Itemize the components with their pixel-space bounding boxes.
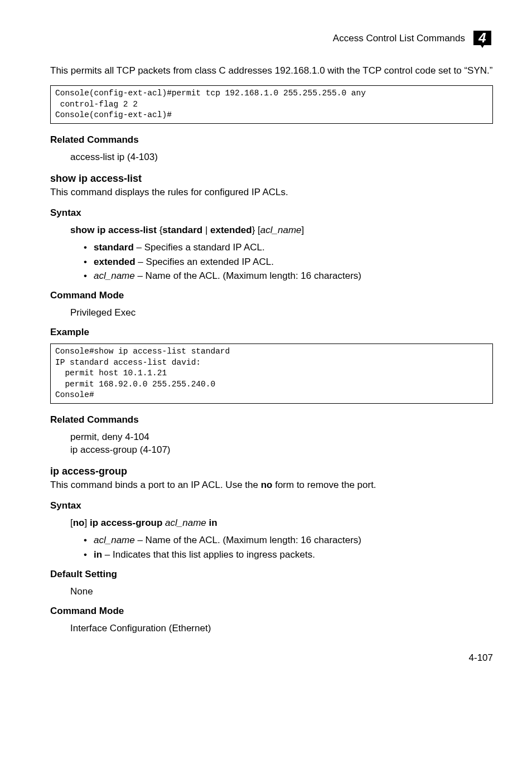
list-item: extended – Specifies an extended IP ACL. <box>84 256 493 269</box>
list-item: standard – Specifies a standard IP ACL. <box>84 241 493 254</box>
command-mode-value: Interface Configuration (Ethernet) <box>70 622 493 635</box>
syntax-bullet-list: standard – Specifies a standard IP ACL. … <box>84 241 493 283</box>
svg-text:4: 4 <box>478 30 486 45</box>
syntax-bullet-list: acl_name – Name of the ACL. (Maximum len… <box>84 534 493 562</box>
command-mode-heading: Command Mode <box>50 289 493 302</box>
default-setting-heading: Default Setting <box>50 568 493 581</box>
related-command-link: access-list ip (4-103) <box>70 151 493 164</box>
page-header: Access Control List Commands 4 <box>50 28 493 49</box>
code-block-show-ip: Console#show ip access-list standard IP … <box>50 344 493 404</box>
command-description: This command displays the rules for conf… <box>50 186 493 199</box>
related-command-link: ip access-group (4-107) <box>70 444 493 457</box>
command-title-ip-access-group: ip access-group <box>50 465 493 478</box>
intro-paragraph: This permits all TCP packets from class … <box>50 65 493 78</box>
list-item: acl_name – Name of the ACL. (Maximum len… <box>84 270 493 283</box>
syntax-heading: Syntax <box>50 207 493 220</box>
default-setting-value: None <box>70 586 493 598</box>
chapter-number-icon: 4 <box>472 28 493 49</box>
syntax-line: [no] ip access-group acl_name in <box>70 517 493 530</box>
section-title: Access Control List Commands <box>333 32 465 45</box>
list-item: in – Indicates that this list applies to… <box>84 549 493 562</box>
list-item: acl_name – Name of the ACL. (Maximum len… <box>84 534 493 547</box>
command-title-show-ip-access-list: show ip access-list <box>50 172 493 185</box>
page-number: 4-107 <box>50 652 493 665</box>
syntax-heading: Syntax <box>50 500 493 512</box>
example-heading: Example <box>50 326 493 339</box>
related-commands-heading: Related Commands <box>50 134 493 147</box>
command-description: This command binds a port to an IP ACL. … <box>50 479 493 492</box>
code-block-permit-tcp: Console(config-ext-acl)#permit tcp 192.1… <box>50 85 493 124</box>
related-command-link: permit, deny 4-104 <box>70 431 493 444</box>
related-commands-heading: Related Commands <box>50 414 493 427</box>
syntax-line: show ip access-list {standard | extended… <box>70 224 493 237</box>
command-mode-value: Privileged Exec <box>70 307 493 320</box>
command-mode-heading: Command Mode <box>50 605 493 618</box>
